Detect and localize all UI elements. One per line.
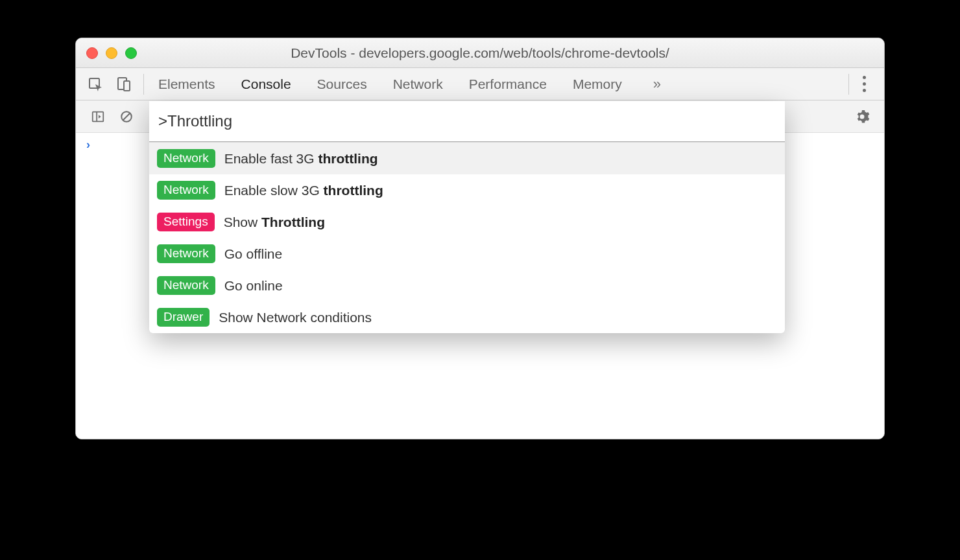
network-badge: Network	[157, 244, 215, 263]
svg-rect-3	[93, 111, 104, 121]
minimize-window-button[interactable]	[106, 47, 117, 59]
separator	[143, 74, 144, 95]
drawer-badge: Drawer	[157, 308, 210, 327]
tab-network[interactable]: Network	[393, 76, 443, 92]
command-menu-item[interactable]: NetworkEnable slow 3G throttling	[149, 174, 785, 206]
network-badge: Network	[157, 149, 215, 168]
command-menu: NetworkEnable fast 3G throttlingNetworkE…	[149, 101, 785, 333]
command-menu-item-label: Show Throttling	[224, 215, 325, 230]
tab-performance[interactable]: Performance	[469, 76, 547, 92]
titlebar: DevTools - developers.google.com/web/too…	[76, 38, 884, 68]
command-menu-results: NetworkEnable fast 3G throttlingNetworkE…	[149, 143, 785, 333]
device-toggle-icon[interactable]	[112, 73, 136, 96]
command-menu-item[interactable]: NetworkGo offline	[149, 238, 785, 270]
main-toolbar: Elements Console Sources Network Perform…	[76, 68, 884, 100]
window-controls	[86, 47, 137, 59]
tab-memory[interactable]: Memory	[573, 76, 622, 92]
zoom-window-button[interactable]	[125, 47, 137, 59]
console-settings-icon[interactable]	[850, 105, 874, 128]
console-prompt-icon[interactable]: ›	[86, 138, 90, 152]
network-badge: Network	[157, 181, 215, 200]
more-tabs-icon[interactable]: »	[653, 76, 661, 93]
command-menu-item[interactable]: DrawerShow Network conditions	[149, 301, 785, 333]
tab-console[interactable]: Console	[241, 76, 291, 92]
command-menu-item-label: Enable fast 3G throttling	[224, 151, 378, 167]
console-sidebar-toggle-icon[interactable]	[86, 105, 110, 128]
inspect-element-icon[interactable]	[84, 73, 107, 96]
window-title: DevTools - developers.google.com/web/too…	[76, 45, 884, 61]
devtools-window: DevTools - developers.google.com/web/too…	[75, 38, 885, 439]
command-menu-item[interactable]: NetworkEnable fast 3G throttling	[149, 143, 785, 174]
svg-rect-2	[124, 81, 130, 91]
more-options-icon[interactable]	[854, 76, 874, 92]
svg-line-6	[123, 113, 130, 120]
close-window-button[interactable]	[86, 47, 98, 59]
clear-console-icon[interactable]	[115, 105, 138, 128]
console-body: › NetworkEnable fast 3G throttlingNetwor…	[76, 133, 884, 439]
command-menu-item-label: Enable slow 3G throttling	[224, 183, 383, 198]
command-menu-item-label: Go offline	[224, 246, 283, 262]
tab-sources[interactable]: Sources	[317, 76, 367, 92]
network-badge: Network	[157, 276, 215, 295]
command-menu-item-label: Go online	[224, 278, 283, 294]
settings-badge: Settings	[157, 213, 215, 231]
tab-elements[interactable]: Elements	[158, 76, 215, 92]
command-menu-item[interactable]: NetworkGo online	[149, 270, 785, 301]
command-menu-item-label: Show Network conditions	[219, 310, 372, 325]
command-menu-item[interactable]: SettingsShow Throttling	[149, 206, 785, 238]
panel-tabs: Elements Console Sources Network Perform…	[158, 76, 843, 93]
command-menu-input[interactable]	[149, 101, 785, 141]
separator	[848, 74, 849, 95]
